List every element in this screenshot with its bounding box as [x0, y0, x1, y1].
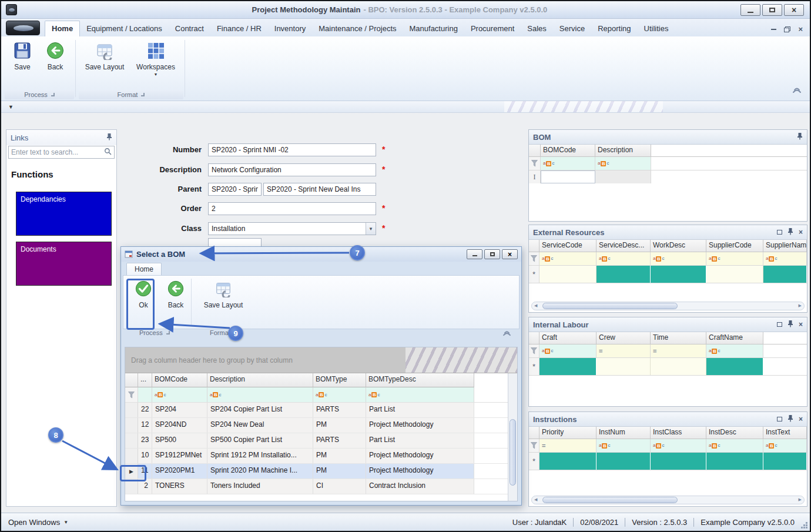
new-cell-required[interactable] [763, 453, 807, 470]
table-row-selected[interactable]: ▶ 11 SP2020PM1 Sprint 2020 PM Machine I.… [125, 464, 517, 479]
maximize-button[interactable] [762, 4, 782, 16]
new-cell-required[interactable] [651, 453, 706, 470]
pin-icon[interactable] [797, 132, 803, 142]
filter-cell[interactable]: = [596, 344, 651, 357]
dialog-titlebar[interactable]: Select a BOM × [121, 247, 521, 262]
column-header-instnum[interactable]: InstNum [596, 427, 651, 439]
tab-manufacturing[interactable]: Manufacturing [403, 21, 464, 36]
column-header-time[interactable]: Time [651, 332, 706, 344]
filter-cell[interactable]: = [539, 439, 596, 452]
tab-finance-hr[interactable]: Finance / HR [210, 21, 268, 36]
filter-cell[interactable]: aBc [539, 252, 596, 265]
minimize-button[interactable] [740, 4, 760, 16]
function-documents[interactable]: Documents [16, 242, 112, 286]
parent-description-field[interactable] [263, 183, 376, 196]
dialog-save-layout-button[interactable]: Save Layout [199, 280, 248, 309]
open-windows-button[interactable]: Open Windows ▼ [8, 518, 68, 527]
new-cell-required[interactable] [539, 453, 596, 470]
maximize-panel-icon[interactable] [777, 417, 782, 421]
parent-code-field[interactable] [208, 183, 262, 196]
scrollbar-thumb[interactable] [542, 303, 678, 309]
filter-cell[interactable]: aBc [651, 252, 706, 265]
order-field[interactable] [208, 202, 376, 215]
column-header-bomcode[interactable]: BOMCode [541, 145, 595, 156]
function-dependancies[interactable]: Dependancies [16, 192, 112, 236]
mdi-close-icon[interactable]: × [798, 25, 803, 33]
pin-icon[interactable] [787, 320, 793, 329]
new-cell-required[interactable] [539, 358, 596, 375]
filter-cell[interactable]: aBc [763, 252, 807, 265]
save-button[interactable]: Save [8, 41, 36, 71]
column-header-craft[interactable]: Craft [539, 332, 596, 344]
filter-cell[interactable] [138, 387, 152, 402]
maximize-panel-icon[interactable] [777, 322, 782, 327]
class-dropdown[interactable]: Installation ▼ [208, 222, 376, 235]
tab-procurement[interactable]: Procurement [464, 21, 521, 36]
horizontal-scrollbar[interactable]: ◀ ▶ [531, 302, 805, 310]
column-header-description[interactable]: Description [595, 145, 651, 156]
filter-cell[interactable]: aBc [706, 344, 763, 357]
edit-cell-description[interactable] [595, 170, 651, 183]
tab-sales[interactable]: Sales [521, 21, 553, 36]
close-panel-icon[interactable]: × [799, 416, 803, 423]
filter-cell[interactable]: aBc [207, 387, 313, 402]
app-menu-button[interactable] [6, 21, 40, 35]
number-field[interactable] [208, 143, 376, 156]
tab-reporting[interactable]: Reporting [591, 21, 637, 36]
description-field[interactable] [208, 163, 376, 176]
column-header-servicecode[interactable]: ServiceCode [539, 240, 596, 252]
dialog-launcher-icon[interactable] [141, 93, 145, 96]
filter-cell[interactable]: aBc [366, 387, 474, 402]
dialog-back-button[interactable]: Back [161, 280, 190, 309]
tab-service[interactable]: Service [553, 21, 591, 36]
maximize-panel-icon[interactable] [777, 230, 782, 235]
vertical-scrollbar[interactable] [508, 373, 517, 501]
tab-inventory[interactable]: Inventory [268, 21, 312, 36]
filter-cell[interactable]: aBc [595, 157, 651, 170]
column-header-description[interactable]: Description [207, 373, 313, 387]
mdi-minimize-icon[interactable] [771, 29, 776, 30]
filter-cell[interactable]: aBc [596, 252, 651, 265]
column-header-suppliername[interactable]: SupplierNam [763, 240, 807, 252]
resize-grip[interactable] [806, 527, 807, 528]
column-header-bomtypedesc[interactable]: BOMTypeDesc [366, 373, 474, 387]
search-input[interactable] [11, 148, 104, 156]
tab-equipment-locations[interactable]: Equipment / Locations [80, 21, 169, 36]
table-row[interactable]: 2 TONERS Toners Included CI Contract Inc… [125, 479, 517, 494]
filter-cell[interactable]: aBc [596, 439, 651, 452]
column-header-suppliercode[interactable]: SupplierCode [706, 240, 763, 252]
column-header-instclass[interactable]: InstClass [651, 427, 706, 439]
table-row[interactable]: 23 SP500 SP500 Copier Part List PARTS Pa… [125, 433, 517, 449]
pin-icon[interactable] [787, 414, 793, 424]
new-cell-required[interactable] [596, 266, 651, 283]
tab-contract[interactable]: Contract [169, 21, 210, 36]
filter-cell[interactable]: aBc [763, 439, 807, 452]
new-cell-required[interactable] [763, 266, 807, 283]
pin-icon[interactable] [106, 133, 112, 142]
tab-utilities[interactable]: Utilities [638, 21, 675, 36]
column-header-num[interactable]: ... [138, 373, 152, 387]
horizontal-scrollbar[interactable]: ◀ ▶ [531, 496, 805, 504]
filter-cell[interactable]: aBc [152, 387, 207, 402]
scrollbar-thumb[interactable] [542, 497, 678, 503]
scroll-right-icon[interactable]: ▶ [799, 303, 802, 308]
pin-icon[interactable] [787, 227, 793, 237]
tab-maintenance-projects[interactable]: Maintenance / Projects [312, 21, 403, 36]
dialog-tab-home[interactable]: Home [126, 263, 162, 275]
dialog-launcher-icon[interactable] [51, 93, 55, 96]
column-header-bomcode[interactable]: BOMCode [152, 373, 207, 387]
dialog-launcher-icon[interactable] [166, 331, 170, 334]
filter-cell[interactable]: aBc [651, 439, 706, 452]
save-layout-button[interactable]: Save Layout [82, 41, 127, 71]
column-header-workdesc[interactable]: WorkDesc [651, 240, 706, 252]
table-row[interactable]: 12 SP204ND SP204 New Deal PM Project Met… [125, 418, 517, 433]
column-header-insttext[interactable]: InstText [763, 427, 807, 439]
new-cell-required[interactable] [706, 358, 763, 375]
filter-cell[interactable]: aBc [706, 439, 763, 452]
scroll-left-icon[interactable]: ◀ [534, 497, 537, 502]
new-cell-required[interactable] [706, 453, 763, 470]
mdi-restore-icon[interactable] [784, 26, 790, 32]
close-button[interactable]: × [784, 4, 804, 16]
scrollbar-thumb[interactable] [510, 419, 516, 486]
column-header-servicedesc[interactable]: ServiceDesc... [596, 240, 651, 252]
